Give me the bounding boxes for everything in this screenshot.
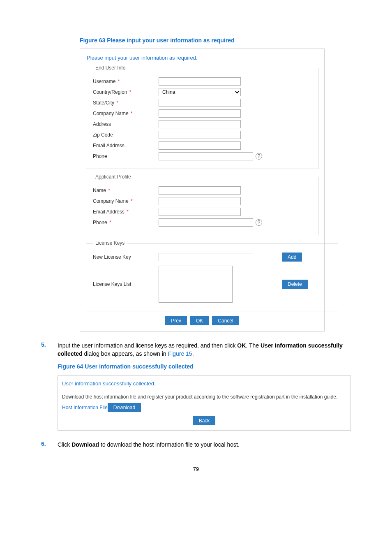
state-label: State/City * xyxy=(93,100,159,106)
country-select[interactable]: China xyxy=(159,88,241,96)
license-keys-list[interactable] xyxy=(159,266,233,303)
step-body: Input the user information and license k… xyxy=(58,341,351,431)
help-icon[interactable]: ? xyxy=(256,153,262,160)
phone-label: Phone xyxy=(93,153,159,159)
new-license-key-input[interactable] xyxy=(159,253,253,261)
ok-button[interactable]: OK xyxy=(190,316,209,325)
step-6: 6. Click Download to download the host i… xyxy=(41,440,351,449)
phone-input[interactable] xyxy=(159,152,253,160)
state-input[interactable] xyxy=(159,99,241,107)
user-info-dialog: Please input your user information as re… xyxy=(80,49,325,331)
country-label: Country/Region * xyxy=(93,89,159,95)
success-dialog-title: User information successfully collected. xyxy=(62,379,346,391)
username-label: Username * xyxy=(93,79,159,84)
figure-63-caption: Figure 63 Please input your user informa… xyxy=(80,37,325,44)
back-button[interactable]: Back xyxy=(193,416,216,425)
dialog-title: Please input your user information as re… xyxy=(86,53,318,65)
email-input[interactable] xyxy=(159,141,241,150)
help-icon[interactable]: ? xyxy=(256,219,262,226)
applicant-legend: Applicant Profile xyxy=(93,174,134,180)
step-body: Click Download to download the host info… xyxy=(58,440,351,449)
address-label: Address xyxy=(93,121,159,127)
applicant-name-label: Name * xyxy=(93,188,159,193)
end-user-legend: End User Info xyxy=(93,65,128,71)
figure-15-xref[interactable]: Figure 15 xyxy=(168,350,192,357)
address-input[interactable] xyxy=(159,120,241,128)
delete-button[interactable]: Delete xyxy=(282,280,308,289)
applicant-company-label: Company Name * xyxy=(93,198,159,204)
add-button[interactable]: Add xyxy=(282,253,302,262)
applicant-phone-label: Phone * xyxy=(93,220,159,225)
success-dialog: User information successfully collected.… xyxy=(58,375,351,431)
cancel-button[interactable]: Cancel xyxy=(212,316,239,325)
email-label: Email Address xyxy=(93,143,159,148)
username-input[interactable] xyxy=(159,77,241,86)
host-info-file-label: Host Information File xyxy=(62,404,108,411)
zip-input[interactable] xyxy=(159,131,241,139)
download-button[interactable]: Download xyxy=(108,403,141,412)
step-number: 5. xyxy=(41,341,58,431)
applicant-company-input[interactable] xyxy=(159,197,241,205)
company-input[interactable] xyxy=(159,109,241,118)
license-legend: License Keys xyxy=(93,240,127,246)
end-user-info-section: End User Info Username * Country/Region … xyxy=(86,65,318,169)
step-5: 5. Input the user information and licens… xyxy=(41,341,351,431)
page-number: 79 xyxy=(41,466,351,472)
applicant-profile-section: Applicant Profile Name * Company Name * xyxy=(86,174,318,235)
applicant-name-input[interactable] xyxy=(159,186,241,195)
zip-label: Zip Code xyxy=(93,132,159,138)
applicant-email-input[interactable] xyxy=(159,208,241,216)
prev-button[interactable]: Prev xyxy=(165,316,187,325)
applicant-email-label: Email Address * xyxy=(93,209,159,215)
license-keys-list-label: License Keys List xyxy=(93,281,159,287)
figure-64-caption: Figure 64 User information successfully … xyxy=(58,362,351,371)
company-label: Company Name * xyxy=(93,111,159,116)
license-keys-section: License Keys New License Key Add License… xyxy=(86,240,338,311)
new-license-key-label: New License Key xyxy=(93,254,159,260)
step-number: 6. xyxy=(41,440,58,449)
applicant-phone-input[interactable] xyxy=(159,218,253,227)
success-instruction: Download the host information file and r… xyxy=(62,394,346,401)
